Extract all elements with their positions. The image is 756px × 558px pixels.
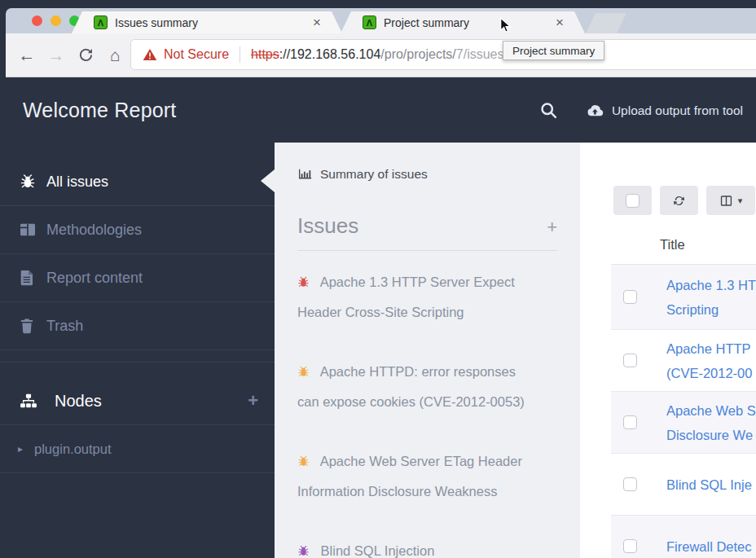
active-item-wedge [261, 169, 275, 192]
not-secure-label[interactable]: Not Secure [164, 47, 229, 62]
omnibox-divider [240, 46, 240, 63]
home-button[interactable]: ⌂ [105, 46, 125, 65]
issue-link-line2[interactable]: (CVE-2012-00 [666, 361, 752, 385]
issue-title-line: Information Disclosure Weakness [297, 477, 557, 507]
close-tab-icon[interactable]: × [313, 15, 321, 29]
bar-chart-icon [297, 167, 312, 182]
node-label: plugin.output [34, 442, 112, 457]
issues-list: Apache 1.3 HTTP Server Expect Header Cro… [297, 267, 557, 558]
address-bar[interactable]: Not Secure https ://192.168.56.104 /pro/… [130, 39, 756, 70]
back-button[interactable]: ← [17, 46, 37, 65]
issues-panel: Summary of issues Issues + Apache 1.3 HT… [275, 143, 580, 558]
issue-list-item[interactable]: Apache Web Server ETag Header Informatio… [297, 446, 557, 507]
select-all-button[interactable] [613, 186, 652, 215]
summary-of-issues-link[interactable]: Summary of issues [297, 167, 557, 182]
page-header: Welcome Report Upload output from tool [0, 78, 756, 143]
cloud-upload-icon [585, 103, 604, 118]
url-scheme: https [251, 47, 279, 62]
issues-heading-row: Issues + [297, 213, 557, 239]
tab-title: Issues summary [115, 16, 198, 29]
row-checkbox[interactable] [623, 354, 637, 367]
trash-icon [20, 318, 46, 334]
add-node-button[interactable]: + [248, 390, 258, 411]
issue-list-item[interactable]: Apache 1.3 HTTP Server Expect Header Cro… [297, 267, 557, 327]
issue-link[interactable]: Apache 1.3 HT [666, 273, 756, 297]
browser-window: Λ Issues summary × Λ Project summary × ←… [6, 8, 756, 77]
summary-of-issues-label: Summary of issues [320, 167, 428, 182]
issues-heading: Issues [297, 213, 358, 239]
issue-title-cell: Apache HTTP (CVE-2012-00 [666, 336, 752, 385]
table-row: Apache Web S Disclosure We [611, 392, 756, 454]
caret-right-icon[interactable]: ▸ [18, 443, 23, 455]
url-path: /pro/projects/ [380, 47, 455, 62]
issue-link[interactable]: Blind SQL Inje [666, 472, 752, 497]
issue-list-item[interactable]: Blind SQL Injection [297, 536, 557, 558]
close-tab-icon[interactable]: × [556, 15, 564, 29]
row-checkbox[interactable] [623, 290, 637, 304]
tab-title: Project summary [384, 16, 469, 29]
table-columns-icon [719, 194, 733, 208]
table-row: Apache 1.3 HT Scripting [611, 265, 756, 330]
tab-project-summary[interactable]: Λ Project summary × [341, 11, 585, 33]
issue-link-line2[interactable]: Disclosure We [666, 423, 756, 447]
refresh-button[interactable] [660, 186, 698, 215]
search-icon[interactable] [539, 101, 558, 120]
bug-icon [297, 545, 310, 557]
issue-link-line2[interactable]: Scripting [666, 297, 756, 322]
issue-title-line: Apache Web Server ETag Header [297, 446, 557, 477]
close-window-button[interactable] [32, 15, 42, 26]
desktop: Λ Issues summary × Λ Project summary × ←… [0, 0, 756, 558]
tab-issues-summary[interactable]: Λ Issues summary × [72, 11, 342, 33]
table-toolbar: ▾ [613, 186, 756, 215]
issue-title-cell: Firewall Detec [666, 534, 752, 558]
issue-title-line: Apache HTTPD: error responses [297, 357, 557, 387]
columns-dropdown-button[interactable]: ▾ [706, 186, 755, 215]
select-all-checkbox[interactable] [626, 194, 640, 208]
page-title: Welcome Report [23, 99, 177, 122]
browser-toolbar: ← → ⌂ Not Secure https [6, 33, 756, 77]
mouse-cursor [497, 16, 515, 38]
issue-title-cell: Blind SQL Inje [666, 472, 752, 497]
dradis-app: Welcome Report Upload output from tool A… [0, 78, 756, 558]
reload-button[interactable] [76, 47, 95, 63]
sidebar-item-methodologies[interactable]: Methodologies [0, 206, 275, 254]
issue-title-line: Apache 1.3 HTTP Server Expect [297, 267, 557, 297]
divider [297, 250, 557, 251]
issue-title-cell: Apache Web S Disclosure We [666, 398, 756, 447]
node-plugin-output[interactable]: ▸ plugin.output [0, 425, 275, 473]
upload-output-label: Upload output from tool [612, 103, 743, 118]
sidebar-item-label: Report content [46, 270, 143, 287]
sidebar-item-all-issues[interactable]: All issues [0, 158, 275, 206]
minimize-window-button[interactable] [51, 15, 61, 26]
sidebar: All issues Methodologies Report content … [0, 143, 275, 558]
issue-link[interactable]: Firewall Detec [666, 534, 752, 558]
sidebar-item-report-content[interactable]: Report content [0, 254, 275, 302]
sidebar-nav: All issues Methodologies Report content … [0, 143, 275, 350]
issue-title-line: Header Cross-Site Scripting [297, 297, 557, 327]
row-checkbox[interactable] [623, 539, 637, 553]
column-header-title[interactable]: Title [660, 237, 756, 253]
issue-link[interactable]: Apache Web S [666, 398, 756, 423]
issues-table: Apache 1.3 HT Scripting Apache HTTP (CVE… [611, 264, 756, 558]
tab-tooltip: Project summary [503, 41, 604, 60]
table-row: Firewall Detec [611, 516, 756, 558]
table-row: Blind SQL Inje [611, 454, 756, 516]
issue-title-line: Blind SQL Injection [297, 536, 557, 558]
issue-list-item[interactable]: Apache HTTPD: error responses can expose… [297, 357, 557, 417]
upload-output-button[interactable]: Upload output from tool [585, 103, 743, 118]
issue-link[interactable]: Apache HTTP [666, 336, 752, 361]
window-controls [32, 15, 80, 26]
table-row: Apache HTTP (CVE-2012-00 [611, 330, 756, 392]
columns-icon [20, 222, 46, 238]
sidebar-item-trash[interactable]: Trash [0, 302, 275, 350]
forward-button[interactable]: → [46, 46, 66, 65]
not-secure-warning-icon [143, 48, 157, 61]
bug-icon [297, 455, 310, 468]
new-tab-button[interactable] [586, 13, 626, 33]
row-checkbox[interactable] [623, 415, 637, 429]
add-issue-button[interactable]: + [547, 217, 557, 238]
dradis-favicon: Λ [363, 15, 376, 29]
refresh-icon [672, 194, 686, 208]
row-checkbox[interactable] [623, 477, 637, 491]
bug-icon [20, 174, 46, 190]
